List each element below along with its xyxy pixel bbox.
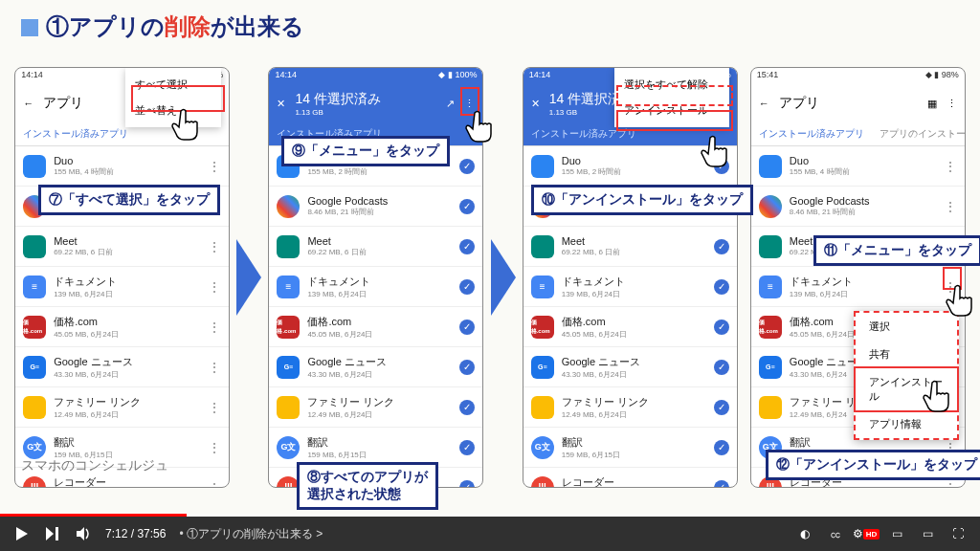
volume-button[interactable] <box>75 525 92 542</box>
app-meta: 159 MB, 6月15日 <box>307 450 452 460</box>
app-row[interactable]: ≡ドキュメント139 MB, 6月24日✓ <box>523 267 737 307</box>
app-row[interactable]: 価格.com価格.com45.05 MB, 6月24日⋮ <box>15 307 229 347</box>
app-row[interactable]: Duo155 MB, 4 時間前⋮ <box>751 146 965 187</box>
checkbox-checked[interactable]: ✓ <box>714 279 729 295</box>
fullscreen-button[interactable]: ⛶ <box>949 525 967 542</box>
app-row[interactable]: G≡Google ニュース43.30 MB, 6月24日✓ <box>523 347 737 387</box>
app-meta: 69.22 MB, 6 日前 <box>562 247 706 257</box>
checkbox-checked[interactable]: ✓ <box>459 360 475 375</box>
hand-pointer-icon <box>697 132 735 170</box>
callout-10: ⑩「アンインストール」をタップ <box>531 185 753 215</box>
close-icon[interactable]: ✕ <box>277 98 285 110</box>
app-row[interactable]: G≡Google ニュース43.30 MB, 6月24日✓ <box>269 347 482 387</box>
row-overflow-icon[interactable]: ⋮ <box>208 400 221 415</box>
row-overflow-icon[interactable]: ⋮ <box>208 159 221 174</box>
app-name: Google ニュース <box>307 355 452 369</box>
app-row[interactable]: Meet69.22 MB, 6 日前✓ <box>523 227 737 267</box>
row-overflow-icon[interactable]: ⋮ <box>208 239 221 254</box>
checkbox-checked[interactable]: ✓ <box>459 279 475 295</box>
checkbox-checked[interactable]: ✓ <box>459 159 475 174</box>
share-icon[interactable]: ↗ <box>446 98 455 110</box>
app-name: Google ニュース <box>54 355 200 369</box>
phone-screenshot-4: 15:41◆ ▮ 98% ← アプリ ▦ ⋮ インストール済みアプリアプリのイン… <box>750 67 966 488</box>
app-row[interactable]: 価格.com価格.com45.05 MB, 6月24日✓ <box>523 307 737 347</box>
app-row[interactable]: ファミリー リンク12.49 MB, 6月24日⋮ <box>15 387 229 428</box>
app-row[interactable]: ≡ドキュメント139 MB, 6月24日✓ <box>269 267 482 307</box>
overflow-icon[interactable]: ⋮ <box>947 98 957 110</box>
selection-title: 14 件選択済み1.13 GB <box>295 91 380 117</box>
app-meta: 45.05 MB, 6月24日 <box>562 329 706 340</box>
duo-icon <box>759 155 782 178</box>
ctx-share[interactable]: 共有 <box>856 341 957 368</box>
row-overflow-icon[interactable]: ⋮ <box>944 199 957 214</box>
row-overflow-icon[interactable]: ⋮ <box>208 440 221 455</box>
checkbox-checked[interactable]: ✓ <box>714 320 729 335</box>
settings-button[interactable]: ⚙HD <box>858 525 875 542</box>
row-overflow-icon[interactable]: ⋮ <box>208 480 221 489</box>
app-row[interactable]: 価格.com価格.com45.05 MB, 6月24日✓ <box>269 307 482 347</box>
row-overflow-icon[interactable]: ⋮ <box>208 279 221 295</box>
app-name: 価格.com <box>54 315 200 329</box>
meet-icon <box>531 235 554 258</box>
app-row[interactable]: G≡Google ニュース43.30 MB, 6月24日⋮ <box>15 347 229 387</box>
checkbox-checked[interactable]: ✓ <box>459 440 475 455</box>
back-icon[interactable]: ← <box>759 98 769 109</box>
svg-rect-4 <box>56 527 58 540</box>
rec-icon: ||| <box>531 476 554 489</box>
app-row[interactable]: ファミリー リンク12.49 MB, 6月24日✓ <box>523 387 737 428</box>
checkbox-checked[interactable]: ✓ <box>459 400 475 415</box>
app-row[interactable]: ≡ドキュメント139 MB, 6月24日⋮ <box>15 267 229 307</box>
app-row[interactable]: |||レコーダー220 MB, 6月8日✓ <box>523 468 737 488</box>
tab-install-files[interactable]: アプリのインストール ファイル（A <box>880 127 966 141</box>
app-row[interactable]: ファミリー リンク12.49 MB, 6月24日✓ <box>269 387 482 428</box>
row-overflow-icon[interactable]: ⋮ <box>208 320 221 335</box>
app-row[interactable]: ≡ドキュメント139 MB, 6月24日⋮ <box>751 267 965 307</box>
checkbox-checked[interactable]: ✓ <box>714 239 729 254</box>
phone-screenshot-2: 14:14◆ ▮ 100% ✕ 14 件選択済み1.13 GB ↗ ⋮ インスト… <box>268 67 483 488</box>
grid-icon[interactable]: ▦ <box>927 98 937 110</box>
row-overflow-icon[interactable]: ⋮ <box>944 480 957 489</box>
chapter-title[interactable]: ①アプリの削除が出来る <box>187 527 313 540</box>
app-row[interactable]: Google Podcasts8.46 MB, 21 時間前⋮ <box>751 187 965 227</box>
app-name: 翻訳 <box>562 435 706 450</box>
app-meta: 12.49 MB, 6月24日 <box>562 409 706 420</box>
news-icon: G≡ <box>277 356 300 379</box>
app-name: 価格.com <box>307 315 452 329</box>
app-meta: 69.22 MB, 6 日前 <box>307 247 452 257</box>
app-meta: 43.30 MB, 6月24日 <box>54 369 200 380</box>
play-button[interactable] <box>13 525 31 542</box>
app-row[interactable]: Duo155 MB, 4 時間前⋮ <box>15 146 229 187</box>
app-row[interactable]: Meet69.22 MB, 6 日前⋮ <box>15 227 229 267</box>
checkbox-checked[interactable]: ✓ <box>714 360 729 375</box>
app-row[interactable]: Google Podcasts8.46 MB, 21 時間前✓ <box>269 187 482 227</box>
checkbox-checked[interactable]: ✓ <box>459 239 475 254</box>
autoplay-toggle[interactable]: ◐ <box>796 525 813 542</box>
app-row[interactable]: G文翻訳159 MB, 6月15日✓ <box>523 428 737 468</box>
app-meta: 139 MB, 6月24日 <box>790 289 936 299</box>
miniplayer-button[interactable]: ▭ <box>888 525 905 542</box>
row-overflow-icon[interactable]: ⋮ <box>944 159 957 174</box>
captions-button[interactable]: ㏄ <box>827 525 844 542</box>
checkbox-checked[interactable]: ✓ <box>459 320 475 335</box>
phone-screenshot-3: 14:14◆ ▮ 100% ✕ 14 件選択済み1.13 GB 選択をすべて解除… <box>523 67 738 488</box>
meet-icon <box>277 235 300 258</box>
close-icon[interactable]: ✕ <box>531 98 540 110</box>
checkbox-checked[interactable]: ✓ <box>459 199 475 214</box>
tab-installed[interactable]: インストール済みアプリ <box>23 127 128 141</box>
checkbox-checked[interactable]: ✓ <box>459 480 475 489</box>
checkbox-checked[interactable]: ✓ <box>714 400 729 415</box>
tab-installed[interactable]: インストール済みアプリ <box>759 127 864 141</box>
callout-11: ⑪「メニュー」をタップ <box>813 235 980 266</box>
checkbox-checked[interactable]: ✓ <box>714 480 729 489</box>
page-title: アプリ <box>779 95 819 112</box>
app-row[interactable]: Meet69.22 MB, 6 日前✓ <box>269 227 482 267</box>
back-icon[interactable]: ← <box>23 98 33 109</box>
next-button[interactable] <box>44 525 61 542</box>
row-overflow-icon[interactable]: ⋮ <box>208 360 221 375</box>
app-name: Duo <box>790 155 936 166</box>
callout-9: ⑨「メニュー」をタップ <box>281 136 450 166</box>
checkbox-checked[interactable]: ✓ <box>714 440 729 455</box>
theater-button[interactable]: ▭ <box>919 525 936 542</box>
app-name: Meet <box>54 235 200 247</box>
svg-marker-1 <box>491 239 516 316</box>
